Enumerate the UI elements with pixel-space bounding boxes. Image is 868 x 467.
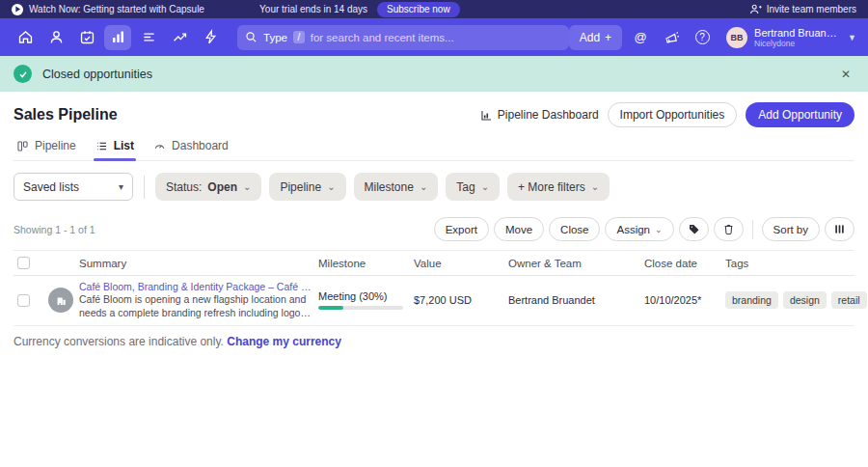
view-tabs: Pipeline List Dashboard <box>14 139 854 161</box>
list-icon <box>95 140 108 152</box>
check-circle-icon <box>14 65 32 83</box>
milestone-cell: Meeting (30%) <box>318 290 414 310</box>
columns-button[interactable] <box>825 217 854 241</box>
milestone-filter[interactable]: Milestone ⌄ <box>354 173 439 201</box>
pipeline-filter[interactable]: Pipeline ⌄ <box>269 173 345 201</box>
chevron-down-icon: ⌄ <box>327 181 335 192</box>
chevron-down-icon: ▾ <box>119 181 123 192</box>
milestone-progress-track <box>318 306 403 310</box>
chevron-down-icon: ⌄ <box>481 181 489 192</box>
tab-pipeline[interactable]: Pipeline <box>16 139 76 160</box>
select-all-checkbox[interactable] <box>17 257 30 269</box>
main-navbar: Type / for search and recent items... Ad… <box>0 18 868 56</box>
organisation-icon <box>48 288 73 313</box>
col-summary: Summary <box>48 258 318 269</box>
value-cell: $7,200 USD <box>414 294 508 306</box>
workflows-icon[interactable] <box>197 25 224 50</box>
milestone-progress-fill <box>318 306 343 310</box>
invite-team-button[interactable]: Invite team members <box>749 3 856 15</box>
banner-message: Closed opportunities <box>42 68 152 81</box>
megaphone-icon[interactable] <box>659 25 684 50</box>
saved-lists-label: Saved lists <box>23 180 79 194</box>
chevron-down-icon: ▼ <box>848 33 856 42</box>
col-owner: Owner & Team <box>508 258 644 269</box>
plus-icon: + <box>605 31 611 44</box>
add-opportunity-button[interactable]: Add Opportunity <box>746 102 854 127</box>
tag-chip[interactable]: retail <box>831 291 867 309</box>
tab-dashboard-label: Dashboard <box>172 139 229 152</box>
row-checkbox[interactable] <box>17 294 30 307</box>
trash-icon <box>722 223 735 235</box>
people-icon[interactable] <box>42 25 69 50</box>
help-icon[interactable]: ? <box>690 25 715 50</box>
chart-icon <box>480 109 493 122</box>
assign-button[interactable]: Assign ⌄ <box>605 217 673 241</box>
delete-button[interactable] <box>714 217 744 241</box>
subscribe-button[interactable]: Subscribe now <box>377 2 460 17</box>
tab-dashboard[interactable]: Dashboard <box>153 139 229 160</box>
projects-icon[interactable] <box>166 25 193 50</box>
results-count: Showing 1 - 1 of 1 <box>14 224 95 235</box>
tag-button[interactable] <box>679 217 709 241</box>
trial-countdown: Your trial ends in 14 days <box>259 4 367 14</box>
search-input[interactable]: Type / for search and recent items... <box>237 25 569 50</box>
chevron-down-icon: ⌄ <box>420 181 427 192</box>
chevron-down-icon: ⌄ <box>243 181 251 192</box>
opportunity-description: Café Bloom is opening a new flagship loc… <box>79 293 312 320</box>
columns-icon <box>833 223 846 235</box>
filter-bar: Saved lists ▾ Status: Open ⌄ Pipeline ⌄ … <box>14 161 854 210</box>
gauge-icon <box>153 140 166 152</box>
change-currency-link[interactable]: Change my currency <box>227 335 341 348</box>
tag-filter[interactable]: Tag ⌄ <box>446 173 500 201</box>
sort-by-button[interactable]: Sort by <box>762 217 820 241</box>
invite-team-label: Invite team members <box>767 4 856 14</box>
search-icon <box>245 31 258 43</box>
tasks-icon[interactable] <box>135 25 162 50</box>
col-tags: Tags <box>725 258 854 269</box>
home-icon[interactable] <box>12 25 39 50</box>
user-menu[interactable]: BB Bertrand Bruandet Nicelydone ▼ <box>726 27 856 48</box>
chevron-down-icon: ⌄ <box>655 225 663 234</box>
kanban-icon <box>16 140 29 152</box>
tab-list-label: List <box>114 139 134 152</box>
divider <box>752 220 753 239</box>
watch-now-link[interactable]: Watch Now: Getting started with Capsule <box>12 4 204 15</box>
col-value: Value <box>414 258 508 269</box>
opportunity-link[interactable]: Café Bloom, Branding & Identity Package … <box>79 281 312 292</box>
close-date-cell: 10/10/2025* <box>644 294 725 306</box>
search-placeholder: for search and recent items... <box>311 32 454 43</box>
sales-pipeline-icon[interactable] <box>104 25 131 50</box>
user-name: Bertrand Bruandet <box>754 27 837 39</box>
col-milestone: Milestone <box>318 258 414 269</box>
col-close-date: Close date <box>644 258 725 269</box>
more-filters-button[interactable]: + More filters ⌄ <box>507 173 610 201</box>
owner-cell: Bertrand Bruandet <box>508 294 644 306</box>
table-header: Summary Milestone Value Owner & Team Clo… <box>14 250 854 276</box>
add-button[interactable]: Add + <box>569 25 622 50</box>
person-plus-icon <box>749 3 762 15</box>
success-banner: Closed opportunities ✕ <box>0 56 868 92</box>
trial-bar: Watch Now: Getting started with Capsule … <box>0 0 868 18</box>
chevron-down-icon: ⌄ <box>591 181 599 192</box>
search-type-label: Type <box>263 32 287 43</box>
divider <box>144 176 145 199</box>
slash-key-chip: / <box>293 31 305 43</box>
status-filter[interactable]: Status: Open ⌄ <box>155 173 261 201</box>
saved-lists-dropdown[interactable]: Saved lists ▾ <box>14 173 133 201</box>
close-opportunity-button[interactable]: Close <box>549 217 600 241</box>
export-button[interactable]: Export <box>434 217 489 241</box>
results-toolbar: Showing 1 - 1 of 1 Export Move Close Ass… <box>14 210 854 250</box>
tag-chip[interactable]: branding <box>725 291 778 309</box>
user-org: Nicelydone <box>754 39 837 48</box>
tag-chip[interactable]: design <box>783 291 827 309</box>
play-icon <box>12 4 23 15</box>
move-button[interactable]: Move <box>494 217 544 241</box>
close-icon[interactable]: ✕ <box>841 68 851 81</box>
pipeline-dashboard-link[interactable]: Pipeline Dashboard <box>480 108 599 122</box>
tags-cell: branding design retail <box>725 291 867 309</box>
calendar-icon[interactable] <box>73 25 100 50</box>
mentions-icon[interactable]: @ <box>628 25 653 50</box>
tab-list[interactable]: List <box>95 139 134 160</box>
watch-now-label: Watch Now: Getting started with Capsule <box>29 4 204 14</box>
import-opportunities-button[interactable]: Import Opportunities <box>608 102 738 127</box>
